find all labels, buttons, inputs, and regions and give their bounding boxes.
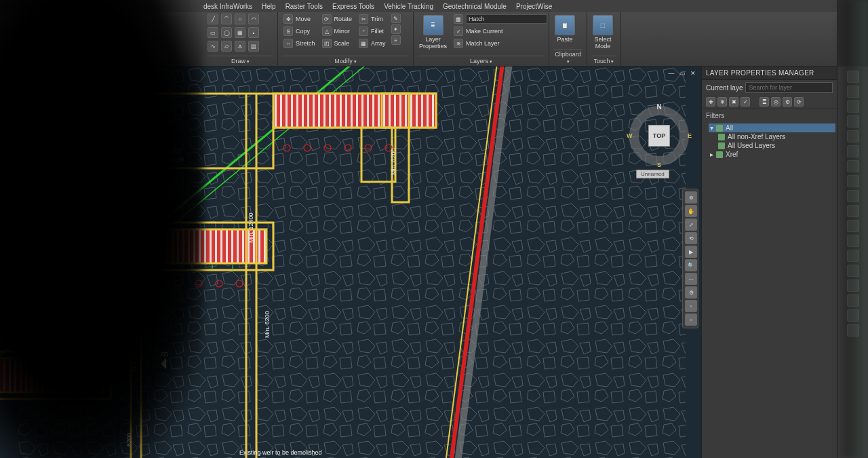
scale-button[interactable]: ◰Scale xyxy=(321,38,354,49)
palette-tool-3-icon[interactable] xyxy=(847,100,859,113)
rectangle-icon[interactable]: ▭ xyxy=(208,27,218,38)
set-current-icon[interactable]: ✓ xyxy=(741,97,750,107)
filter-xref[interactable]: ▸Xref xyxy=(709,150,835,159)
stretch-button[interactable]: ↔Stretch xyxy=(282,38,317,49)
maximize-icon[interactable]: ▭ xyxy=(678,69,686,77)
menu-projectwise[interactable]: ProjectWise xyxy=(516,3,552,10)
palette-tool-2-icon[interactable] xyxy=(847,85,859,98)
palette-tool-10-icon[interactable] xyxy=(847,205,859,217)
palette-tool-18-icon[interactable] xyxy=(847,324,859,337)
menu-help[interactable]: Help xyxy=(262,3,276,10)
refresh-icon[interactable]: ⟳ xyxy=(794,97,804,107)
select-mode-icon: ⬚ xyxy=(593,15,613,35)
panel-touch: ⬚ Select Mode Touch xyxy=(587,12,621,66)
trim-button[interactable]: ✂Trim xyxy=(357,14,387,24)
table-icon[interactable]: ▤ xyxy=(248,41,259,52)
hatch-input[interactable] xyxy=(466,14,547,24)
menu-vehicle-tracking[interactable]: Vehicle Tracking xyxy=(384,3,433,10)
menu-geotechnical[interactable]: Geotechnical Module xyxy=(443,3,507,10)
filter-non-xref[interactable]: All non-Xref Layers xyxy=(709,132,835,141)
minimize-icon[interactable]: — xyxy=(667,69,675,77)
ellipse-icon[interactable]: ◯ xyxy=(221,27,232,38)
paste-button[interactable]: 📋 Paste xyxy=(553,14,576,45)
palette-tool-9-icon[interactable] xyxy=(847,190,859,202)
line-icon[interactable]: ╱ xyxy=(208,14,218,24)
nav-extra1-icon[interactable]: ▫ xyxy=(685,300,697,312)
pan-icon[interactable]: ✋ xyxy=(685,205,697,217)
arc-icon[interactable]: ◠ xyxy=(248,14,259,24)
array-button[interactable]: ▦Array xyxy=(357,38,387,49)
viewcube-top-face[interactable]: TOP xyxy=(648,125,670,147)
text-icon[interactable]: A xyxy=(235,41,245,52)
hatch-icon[interactable]: ▦ xyxy=(235,27,245,38)
palette-tool-13-icon[interactable] xyxy=(847,250,859,262)
panel-layers-title[interactable]: Layers xyxy=(418,56,545,66)
palette-tool-4-icon[interactable] xyxy=(847,115,859,128)
match-layer-button[interactable]: ≋Match Layer xyxy=(452,38,549,49)
palette-tool-16-icon[interactable] xyxy=(847,294,859,307)
label-existing-weir-demolish: Existing weir to be demolished xyxy=(239,449,322,456)
rotate-button[interactable]: ⟳Rotate xyxy=(321,14,354,24)
make-current-button[interactable]: ✓Make Current xyxy=(452,26,549,37)
delete-layer-icon[interactable]: ✖ xyxy=(729,97,738,107)
new-layer-icon[interactable]: ✚ xyxy=(706,97,715,107)
orbit-icon[interactable]: ⟲ xyxy=(685,232,697,244)
layer-isolate-icon[interactable]: ◎ xyxy=(771,97,781,107)
palette-tool-15-icon[interactable] xyxy=(847,280,859,292)
polyline-icon[interactable]: ⌒ xyxy=(221,14,232,24)
layer-states-icon[interactable]: ≣ xyxy=(760,97,769,107)
spline-icon[interactable]: ∿ xyxy=(208,41,218,52)
hatch-dropdown[interactable]: ▦ xyxy=(452,14,549,24)
menu-raster-tools[interactable]: Raster Tools xyxy=(285,3,323,10)
explode-icon[interactable]: ✶ xyxy=(391,24,401,34)
palette-tool-11-icon[interactable] xyxy=(847,220,859,232)
circle-icon[interactable]: ○ xyxy=(235,14,245,24)
point-icon[interactable]: • xyxy=(248,27,259,38)
label-weir-length-a: Weir Length xyxy=(151,156,184,163)
panel-touch-title[interactable]: Touch xyxy=(591,56,616,66)
zoom-icon[interactable]: 🔍 xyxy=(685,259,697,271)
offset-icon[interactable]: ≡ xyxy=(391,35,401,45)
new-layer-freeze-icon[interactable]: ❄ xyxy=(717,97,727,107)
panel-clipboard: 📋 Paste Clipboard xyxy=(549,12,587,66)
panel-draw-title[interactable]: Draw xyxy=(208,56,273,66)
palette-tool-6-icon[interactable] xyxy=(847,145,859,157)
nav-extra2-icon[interactable]: ▫ xyxy=(685,313,697,326)
erase-icon[interactable]: ✎ xyxy=(391,14,401,23)
panel-clipboard-title[interactable]: Clipboard xyxy=(553,49,583,66)
nav-settings-icon[interactable]: ⚙ xyxy=(685,286,697,299)
move-button[interactable]: ✥Move xyxy=(282,14,317,24)
steering-wheel-icon[interactable]: ⊚ xyxy=(685,191,697,204)
menu-infraworks[interactable]: desk InfraWorks xyxy=(203,3,252,10)
label-min-12400-a: Min. 12400 xyxy=(248,212,254,243)
palette-tool-14-icon[interactable] xyxy=(847,265,859,277)
zoom-extents-icon[interactable]: ⤢ xyxy=(685,218,697,231)
palette-tool-8-icon[interactable] xyxy=(847,175,859,187)
layer-filter-tree: ▾All All non-Xref Layers All Used Layers… xyxy=(702,122,837,163)
panel-modify-title[interactable]: Modify xyxy=(282,56,409,66)
close-icon[interactable]: ✕ xyxy=(689,69,697,77)
nav-more-icon[interactable]: ⋯ xyxy=(685,273,697,285)
menu-express-tools[interactable]: Express Tools xyxy=(332,3,374,10)
fillet-button[interactable]: ◜Fillet xyxy=(357,26,387,37)
copy-button[interactable]: ⎘Copy xyxy=(282,26,317,37)
showmotion-icon[interactable]: ▶ xyxy=(685,246,697,258)
match-layer-icon: ≋ xyxy=(454,39,463,48)
palette-tool-1-icon[interactable] xyxy=(847,71,859,83)
palette-tool-5-icon[interactable] xyxy=(847,130,859,142)
array-icon: ▦ xyxy=(359,39,368,48)
palette-tool-7-icon[interactable] xyxy=(847,160,859,172)
mirror-button[interactable]: △Mirror xyxy=(321,26,354,37)
layer-settings-icon[interactable]: ⚙ xyxy=(783,97,792,107)
view-cube[interactable]: TOP N S E W Unnamed xyxy=(629,106,689,166)
filter-all[interactable]: ▾All xyxy=(709,123,835,132)
layer-search-input[interactable] xyxy=(745,82,833,93)
region-icon[interactable]: ▱ xyxy=(221,41,232,52)
palette-tool-17-icon[interactable] xyxy=(847,309,859,322)
layer-properties-button[interactable]: ≣ Layer Properties xyxy=(418,14,448,52)
select-mode-button[interactable]: ⬚ Select Mode xyxy=(591,14,614,52)
palette-tool-12-icon[interactable] xyxy=(847,235,859,247)
filter-used[interactable]: All Used Layers xyxy=(709,141,835,150)
trim-icon: ✂ xyxy=(359,14,368,24)
drawing-canvas[interactable]: — ▭ ✕ xyxy=(0,66,701,458)
